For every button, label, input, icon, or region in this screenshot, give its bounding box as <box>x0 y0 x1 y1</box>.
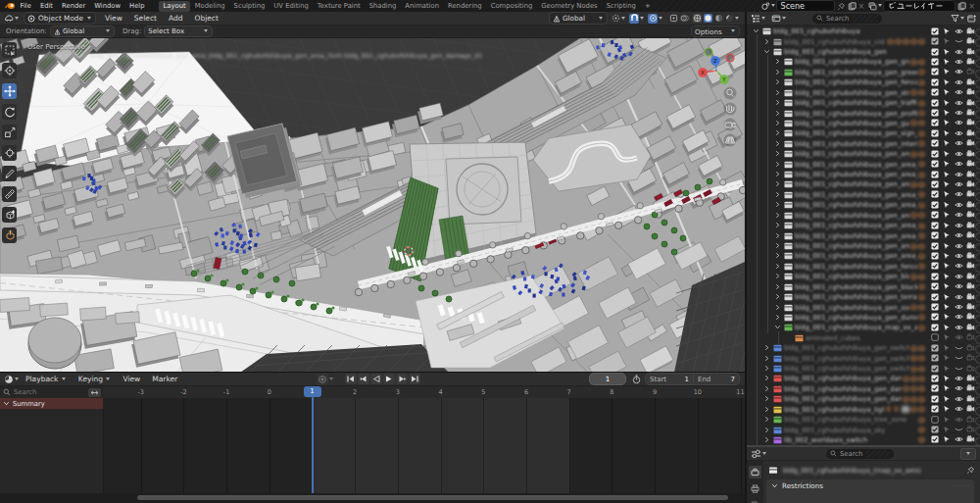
expand-chevron[interactable] <box>774 283 782 291</box>
proportional-edit-toggle[interactable] <box>648 14 663 24</box>
selectable-toggle[interactable] <box>943 282 955 291</box>
tab-output[interactable] <box>749 482 761 495</box>
exclude-checkbox[interactable] <box>931 426 943 434</box>
new-collection-button[interactable] <box>967 14 976 23</box>
outliner-row[interactable]: bldg_001_cghubofshibuya_gen_fence_2 <box>747 262 980 272</box>
expand-chevron[interactable] <box>774 212 782 220</box>
rendered-shading-icon[interactable] <box>725 14 734 23</box>
outliner-row[interactable]: bldg_001_cghubofshibuya_gen_switch_02 <box>747 353 980 363</box>
exclude-checkbox[interactable] <box>931 242 943 251</box>
channel-filter-button[interactable] <box>88 388 101 397</box>
selectable-toggle[interactable] <box>943 416 955 425</box>
expand-chevron[interactable] <box>763 355 771 363</box>
workspace-tab--[interactable]: + <box>640 1 655 12</box>
expand-chevron[interactable] <box>774 273 782 280</box>
selectable-toggle[interactable] <box>943 293 955 302</box>
timeline-menu-playback[interactable]: Playback <box>20 375 73 383</box>
outliner-row[interactable]: bldg_001_cghubofshibuya_gen_area_5 <box>747 200 980 210</box>
viewport-3d[interactable]: User Perspective (1) Collection | bldg_0… <box>0 38 745 373</box>
tool-cursor[interactable] <box>2 63 17 78</box>
outliner-row[interactable]: bldg_001_cghubofshibuya_gen_area_2 <box>747 170 980 179</box>
selectable-toggle[interactable] <box>943 139 955 148</box>
outliner-row[interactable]: bldg_001_cghubofshibuya_gen_profileroads… <box>747 108 980 118</box>
hide-viewport-toggle[interactable] <box>955 190 966 199</box>
outliner-row[interactable]: bldg_001_cghubofshibuya_gen_switch_01 <box>747 343 980 353</box>
exclude-checkbox[interactable] <box>931 37 943 46</box>
hide-viewport-toggle[interactable] <box>955 384 966 393</box>
hide-viewport-toggle[interactable] <box>955 139 966 148</box>
selectable-toggle[interactable] <box>943 211 955 220</box>
expand-chevron[interactable] <box>774 78 782 86</box>
exclude-checkbox[interactable] <box>931 222 943 230</box>
outliner-row[interactable]: bldg_001_cghubofshibuya_gen_fence <box>747 77 980 87</box>
expand-chevron[interactable] <box>763 436 771 444</box>
expand-chevron[interactable] <box>774 293 782 301</box>
outliner-row[interactable]: bldg_001_cghubofshibuya_gen_area_7 <box>747 221 980 230</box>
outliner-row[interactable]: bldg_001_cghubofshibuya_gen_blockroads_2 <box>747 282 980 292</box>
outliner-row[interactable]: bldg_001_cghubofshibuya_gen_area_a_65062 <box>747 149 980 159</box>
outliner-row[interactable]: bldg_001_cghubofshibuya_gen_damage_01 <box>747 374 980 383</box>
outliner-row[interactable]: bldg_001_cghubofshibuya_gen_damage_03 <box>747 394 980 404</box>
hide-viewport-toggle[interactable] <box>955 150 966 159</box>
outliner-row[interactable]: bldg_001_cghubofshibuya_gen_area_6 <box>747 211 980 221</box>
selectable-toggle[interactable] <box>943 201 955 210</box>
exclude-checkbox[interactable] <box>931 333 943 342</box>
outliner-display-mode-dropdown[interactable] <box>751 14 766 23</box>
exclude-checkbox[interactable] <box>931 201 943 210</box>
exclude-checkbox[interactable] <box>931 293 943 302</box>
outliner-row[interactable]: bldg_001_cghubofshibuya_gen_interiorpoin… <box>747 139 980 149</box>
navigation-gizmo[interactable]: ZXY <box>692 40 743 150</box>
jump-to-end-button[interactable] <box>409 374 420 384</box>
tool-measure[interactable] <box>2 186 17 202</box>
transform-orientation-dropdown[interactable]: Global <box>549 12 608 25</box>
tool-move[interactable] <box>2 83 17 99</box>
tool-add-cube[interactable] <box>2 207 17 223</box>
hide-viewport-toggle[interactable] <box>955 119 966 127</box>
remove-view-layer-icon[interactable]: × <box>968 2 975 11</box>
outliner-row[interactable]: bldg_001_cghubofshibuya_gen_dummy <box>747 313 980 323</box>
outliner-row[interactable]: bldg_001_cghubofshibuya_gen_area_9 <box>747 241 980 251</box>
hide-viewport-toggle[interactable] <box>955 48 966 57</box>
exclude-checkbox[interactable] <box>931 27 943 36</box>
outliner-row[interactable]: bldg_001_cghubofshibuya_gen_area_10 <box>747 251 980 261</box>
selectable-toggle[interactable] <box>943 252 955 261</box>
outliner-row[interactable]: bldg_001_cghubofshibuya_gen_guardrail <box>747 119 980 128</box>
restrictions-panel-header[interactable]: Restrictions ······ <box>766 479 974 492</box>
exclude-checkbox[interactable] <box>931 282 943 291</box>
expand-chevron[interactable] <box>774 242 782 250</box>
menu-edit[interactable]: Edit <box>35 2 57 10</box>
menu-window[interactable]: Window <box>90 2 125 10</box>
workspace-tab-modeling[interactable]: Modeling <box>190 1 229 12</box>
outliner-row[interactable]: bldg_001_cghubofshibuya_old <box>747 36 980 46</box>
hide-viewport-toggle[interactable] <box>955 324 966 332</box>
outliner-row[interactable]: bldg_001_cghubofshibuya_gen_area_4 <box>747 190 980 200</box>
expand-chevron[interactable] <box>774 232 782 240</box>
selectable-toggle[interactable] <box>943 354 955 363</box>
hide-viewport-toggle[interactable] <box>955 201 966 210</box>
exclude-checkbox[interactable] <box>931 58 943 67</box>
tool-rotate[interactable] <box>2 104 17 120</box>
expand-chevron[interactable] <box>763 344 771 352</box>
selectable-toggle[interactable] <box>943 273 955 281</box>
outliner-row[interactable]: bldg_001_cghubofshibuya_gen_zone_7 <box>747 302 980 312</box>
selectable-toggle[interactable] <box>943 222 955 230</box>
outliner-row[interactable]: bldg_001_cghubofshibuya_gen_trafficlight <box>747 98 980 108</box>
workspace-tab-shading[interactable]: Shading <box>365 1 401 12</box>
exclude-checkbox[interactable] <box>931 303 943 312</box>
show-gizmo-icon[interactable] <box>669 14 678 23</box>
overlays-icon[interactable] <box>680 14 689 23</box>
outliner-row[interactable]: bldg_001_cghubofshibuya_gen_sign_billboa… <box>747 128 980 138</box>
view-layer-name-field[interactable] <box>883 0 956 12</box>
hide-viewport-toggle[interactable] <box>955 129 966 138</box>
viewport-menu-add[interactable]: Add <box>163 14 189 23</box>
material-shading-icon[interactable] <box>714 14 723 23</box>
exclude-checkbox[interactable] <box>931 190 943 199</box>
exclude-checkbox[interactable] <box>931 150 943 159</box>
outliner-filter-dropdown[interactable] <box>951 14 965 23</box>
outliner-row[interactable]: bldg_001_cghubofshibuya_tree_zone <box>747 415 980 425</box>
hide-viewport-toggle[interactable] <box>955 160 966 169</box>
outliner-row[interactable]: bldg_001_cghubofshibuya_gen_ground <box>747 57 980 67</box>
workspace-tab-uv-editing[interactable]: UV Editing <box>270 1 313 12</box>
orientation-value-dropdown[interactable]: Global <box>50 25 115 37</box>
expand-chevron[interactable] <box>763 375 771 382</box>
